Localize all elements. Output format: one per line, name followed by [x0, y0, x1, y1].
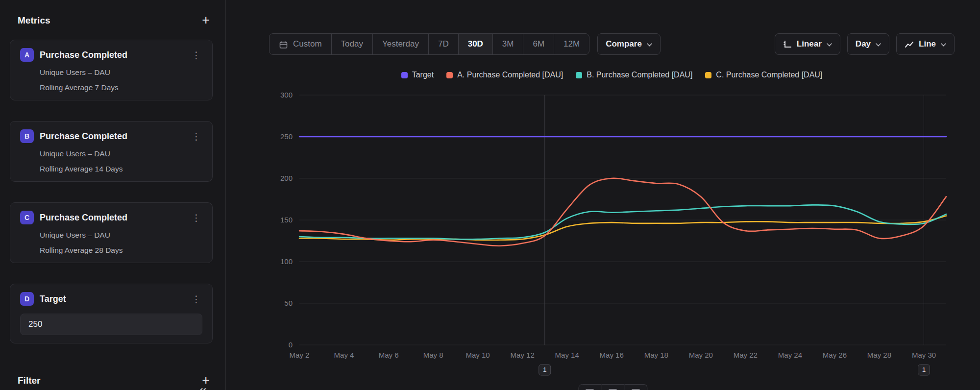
x-axis-tick-label: May 2	[290, 351, 310, 359]
y-axis-tick-label: 100	[280, 257, 293, 266]
x-axis-tick-label: May 26	[823, 351, 847, 359]
y-axis-tick-label: 250	[280, 132, 293, 141]
metric-card-c[interactable]: C Purchase Completed ⋮ Unique Users – DA…	[10, 202, 213, 263]
metric-transform[interactable]: Rolling Average 28 Days	[40, 246, 202, 255]
annotation-marker-label: 1	[922, 366, 926, 373]
x-axis-tick-label: May 28	[867, 351, 891, 359]
target-badge-d: D	[20, 292, 34, 306]
x-axis-tick-label: May 10	[466, 351, 490, 359]
metric-transform[interactable]: Rolling Average 14 Days	[40, 165, 202, 173]
x-axis-tick-label: May 22	[734, 351, 758, 359]
target-card[interactable]: D Target ⋮	[10, 284, 213, 343]
legend-item-a[interactable]: A. Purchase Completed [DAU]	[446, 71, 563, 79]
x-axis-tick-label: May 30	[912, 351, 936, 359]
add-metric-button[interactable]: +	[202, 14, 210, 27]
chart-panel: Custom Today Yesterday 7D 30D 3M 6M 12M …	[226, 0, 980, 390]
x-axis-tick-label: May 18	[644, 351, 668, 359]
annotation-marker-label: 1	[543, 366, 547, 373]
metric-name: Purchase Completed	[40, 131, 184, 142]
chart-legend: Target A. Purchase Completed [DAU] B. Pu…	[269, 71, 955, 79]
metric-name: Purchase Completed	[40, 213, 184, 223]
x-axis-tick-label: May 6	[379, 351, 399, 359]
app-root: Metrics + A Purchase Completed ⋮ Unique …	[0, 0, 980, 390]
line-chart-icon	[905, 41, 914, 49]
compare-button[interactable]: Compare	[597, 33, 661, 55]
y-axis-tick-label: 300	[280, 91, 293, 99]
legend-swatch	[401, 72, 408, 78]
chart-type-button[interactable]: Line	[896, 33, 955, 55]
y-axis-tick-label: 150	[280, 216, 293, 224]
metric-measure[interactable]: Unique Users – DAU	[40, 231, 202, 240]
x-axis-tick-label: May 4	[334, 351, 354, 359]
date-range-6m[interactable]: 6M	[523, 34, 554, 54]
calendar-icon	[279, 40, 288, 49]
y-axis-tick-label: 0	[289, 341, 293, 349]
view-toggle-chart-button[interactable]	[578, 384, 601, 390]
sidebar: Metrics + A Purchase Completed ⋮ Unique …	[0, 0, 226, 390]
granularity-button[interactable]: Day	[847, 33, 889, 55]
chevron-down-icon	[876, 43, 881, 47]
x-axis-tick-label: May 14	[555, 351, 579, 359]
filter-title: Filter	[18, 375, 40, 386]
chevron-down-icon	[941, 43, 946, 47]
metrics-header: Metrics +	[10, 14, 213, 27]
chevron-down-icon	[827, 43, 832, 47]
legend-item-c[interactable]: C. Purchase Completed [DAU]	[705, 71, 822, 79]
date-range-7d[interactable]: 7D	[429, 34, 459, 54]
date-range-3m[interactable]: 3M	[493, 34, 524, 54]
x-axis-tick-label: May 8	[423, 351, 443, 359]
view-toggle-table-button[interactable]	[624, 384, 647, 390]
legend-swatch	[446, 72, 453, 78]
metric-badge-b: B	[20, 129, 34, 143]
x-axis-tick-label: May 16	[600, 351, 624, 359]
metric-menu-button[interactable]: ⋮	[190, 213, 202, 222]
scale-button[interactable]: Linear	[775, 33, 840, 55]
axis-scale-icon	[783, 40, 792, 49]
legend-item-target[interactable]: Target	[401, 71, 434, 79]
target-menu-button[interactable]: ⋮	[190, 294, 202, 304]
metric-menu-button[interactable]: ⋮	[190, 50, 202, 60]
x-axis-tick-label: May 12	[511, 351, 535, 359]
chevron-down-icon	[647, 43, 652, 47]
filter-header: Filter +	[10, 374, 213, 387]
y-axis-tick-label: 50	[284, 299, 293, 307]
metric-card-b[interactable]: B Purchase Completed ⋮ Unique Users – DA…	[10, 121, 213, 182]
metric-menu-button[interactable]: ⋮	[190, 132, 202, 141]
date-range-today[interactable]: Today	[332, 34, 373, 54]
metrics-line-chart[interactable]: 05010015020025030011May 2May 4May 6May 8…	[269, 82, 953, 376]
metric-card-a[interactable]: A Purchase Completed ⋮ Unique Users – DA…	[10, 40, 213, 100]
date-range-12m[interactable]: 12M	[554, 34, 589, 54]
metric-badge-a: A	[20, 48, 34, 62]
metric-transform[interactable]: Rolling Average 7 Days	[40, 83, 202, 92]
metric-badge-c: C	[20, 211, 34, 224]
date-range-yesterday[interactable]: Yesterday	[373, 34, 429, 54]
collapse-sidebar-icon[interactable]: «	[198, 383, 207, 390]
metric-measure[interactable]: Unique Users – DAU	[40, 68, 202, 77]
date-range-custom[interactable]: Custom	[270, 34, 332, 54]
legend-item-b[interactable]: B. Purchase Completed [DAU]	[576, 71, 692, 79]
chart-toolbar: Custom Today Yesterday 7D 30D 3M 6M 12M …	[269, 33, 955, 55]
target-name: Target	[40, 294, 184, 304]
metric-measure[interactable]: Unique Users – DAU	[40, 149, 202, 158]
x-axis-tick-label: May 24	[778, 351, 802, 359]
x-axis-tick-label: May 20	[689, 351, 713, 359]
target-value-input[interactable]	[20, 314, 202, 335]
legend-swatch	[705, 72, 711, 78]
metric-name: Purchase Completed	[40, 50, 184, 60]
legend-swatch	[576, 72, 582, 78]
series-line-3[interactable]	[299, 216, 946, 241]
date-range-control: Custom Today Yesterday 7D 30D 3M 6M 12M	[269, 33, 589, 55]
y-axis-tick-label: 200	[280, 174, 293, 182]
metrics-title: Metrics	[18, 15, 50, 26]
view-toggle-split-button[interactable]	[601, 384, 624, 390]
date-range-30d[interactable]: 30D	[459, 34, 493, 54]
view-toggle-group	[578, 384, 647, 390]
